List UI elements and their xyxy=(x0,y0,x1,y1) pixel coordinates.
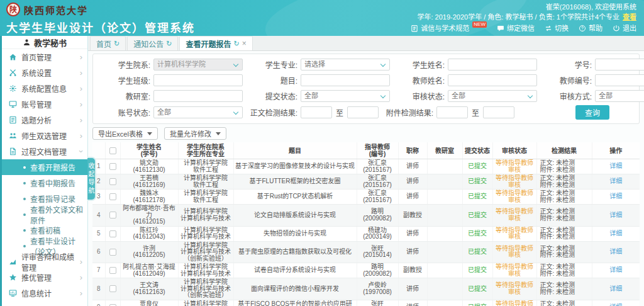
department-cell: 计算机科学学院软件工程 xyxy=(178,190,233,205)
nav-bind-wechat-label: 绑定微信 xyxy=(507,23,535,33)
batch-allow-edit-button[interactable]: 批量允许修改 xyxy=(164,127,226,140)
nav-bind-wechat[interactable]: 绑定微信 xyxy=(497,23,535,33)
sidebar-item-account-management[interactable]: 账号管理› xyxy=(2,96,87,112)
title-cell: 基于FLUTTER框架的社交密友圈 xyxy=(233,174,357,190)
search-button[interactable]: 查询 xyxy=(575,105,609,120)
submit-status-badge: 已提交 xyxy=(468,178,487,184)
student-id-input[interactable] xyxy=(595,59,644,71)
teaching-office-input[interactable] xyxy=(153,90,243,102)
review-status-cell: 等待指导教师审核 xyxy=(492,300,536,306)
title-cell: 基于FISCO BCOS平台的智能合约应用研究 xyxy=(233,300,357,306)
sidebar-subitem-view-translation[interactable]: 查看外文译文和原件 xyxy=(2,207,87,222)
bullet-icon xyxy=(23,198,26,200)
filter-field-account-status: 账号状态:全部 xyxy=(96,105,243,120)
sidebar-subitem-view-midterm-report[interactable]: 查看中期报告 xyxy=(2,175,87,191)
select-value: 全部 xyxy=(596,91,644,101)
tab-view-proposal-report[interactable]: 查看开题报告↻× xyxy=(179,36,252,50)
detail-link[interactable]: 详细 xyxy=(609,266,622,273)
chevron-right-icon: › xyxy=(80,53,82,61)
nav-logout[interactable]: 退出 xyxy=(613,23,636,33)
sidebar-item-system-settings[interactable]: 系统设置› xyxy=(2,65,87,81)
row-checkbox[interactable] xyxy=(109,163,116,170)
student-major-select[interactable]: 请选择 xyxy=(301,59,390,71)
sidebar-item-review-defense-grades[interactable]: 评审答辩和成绩管理› xyxy=(2,254,87,269)
teacher-cell: 张旺(2015014) xyxy=(357,300,398,306)
rank-cell: 讲师 xyxy=(398,174,427,190)
title-cell: 试卷自动评分系统设计与实现 xyxy=(233,263,357,278)
detail-link[interactable]: 详细 xyxy=(609,230,622,237)
analysis-icon xyxy=(9,116,17,124)
export-excel-button[interactable]: 导出Excel表格 xyxy=(92,127,158,140)
office-cell xyxy=(427,226,462,241)
row-checkbox[interactable] xyxy=(109,230,116,237)
view-link[interactable]: 查看 xyxy=(623,13,636,21)
detail-link[interactable]: 详细 xyxy=(609,193,622,200)
row-checkbox[interactable] xyxy=(109,249,116,256)
review-status-cell: 等待指导教师审核 xyxy=(492,205,536,227)
refresh-icon[interactable]: ↻ xyxy=(166,40,172,48)
sidebar-item-process-documents[interactable]: 过程文档管理› xyxy=(2,144,87,159)
department-cell: 计算机科学学院计算机科学与技术（创新实验班） xyxy=(178,241,233,263)
detail-link[interactable]: 详细 xyxy=(609,285,622,292)
main-text-detection-from-input[interactable] xyxy=(301,106,332,118)
nav-integrity[interactable]: 诚信与学术规范NEW xyxy=(411,23,487,33)
user-info-area: 崔荣(2016068), 欢迎使用系统 学年: 2019-2020学年 / 角色… xyxy=(411,2,636,33)
detail-link[interactable]: 详细 xyxy=(609,248,622,255)
select-all-checkbox[interactable] xyxy=(109,147,116,154)
filter-field-student-id: 学号: xyxy=(537,58,644,71)
sidebar-item-label: 系统设置 xyxy=(21,67,52,78)
close-icon[interactable]: × xyxy=(242,39,247,48)
detail-link[interactable]: 详细 xyxy=(609,212,622,218)
row-checkbox[interactable] xyxy=(109,267,116,274)
submit-status-select[interactable]: 全部 xyxy=(301,90,390,102)
main-text-detection-to-input[interactable] xyxy=(347,106,379,118)
refresh-icon[interactable]: ↻ xyxy=(233,40,239,48)
teacher-cell: 路明(2009082) xyxy=(357,205,398,227)
row-checkbox[interactable] xyxy=(109,304,116,306)
review-status-cell: 等待指导教师审核 xyxy=(492,278,536,300)
detail-link[interactable]: 详细 xyxy=(609,303,622,306)
refresh-icon[interactable]: ↻ xyxy=(114,40,119,48)
sidebar-item-topic-analysis[interactable]: 选题分析› xyxy=(2,112,87,128)
detection-cell: 正文: 未检测附件: 未检测 xyxy=(536,300,592,306)
teacher-id-input[interactable] xyxy=(595,74,644,86)
title-input[interactable] xyxy=(301,74,390,86)
detection-cell: 正文: 未检测附件: 未检测 xyxy=(536,226,592,241)
attachment-detection-from-input[interactable] xyxy=(436,106,468,118)
account-status-select[interactable]: 全部 xyxy=(153,106,243,118)
student-name-input[interactable] xyxy=(448,59,537,71)
filter-panel: 学生院系:计算机科学学院学生专业:请选择学生姓名:学号:学生班级:题目:教师姓名… xyxy=(92,54,640,124)
detail-link[interactable]: 详细 xyxy=(609,178,622,184)
row-checkbox[interactable] xyxy=(109,212,116,218)
sidebar-subitem-view-proposal-report[interactable]: 查看开题报告 xyxy=(2,159,87,175)
attachment-detection-to-input[interactable] xyxy=(483,106,514,118)
title-cell: 基于爬虫原理的古籍指数获取以及可视化 xyxy=(233,241,357,263)
index-column-header xyxy=(92,142,105,159)
sidebar-item-info-statistics[interactable]: 信息统计› xyxy=(2,285,87,301)
review-method-select[interactable]: 全部 xyxy=(595,90,644,102)
review-status-select[interactable]: 全部 xyxy=(448,90,537,102)
sidebar-item-home-management[interactable]: 首页管理› xyxy=(2,49,87,65)
filter-label: 教师编号: xyxy=(537,75,595,86)
row-checkbox[interactable] xyxy=(109,178,116,185)
nav-help[interactable]: 帮助 xyxy=(579,23,602,33)
teacher-name-input[interactable] xyxy=(448,74,537,86)
filter-field-review-method: 审核方式:全部 xyxy=(537,89,644,103)
tab-notices[interactable]: 通知公告↻ xyxy=(127,36,178,50)
sidebar-item-dual-selection[interactable]: 师生双选管理› xyxy=(2,128,87,144)
row-checkbox[interactable] xyxy=(109,285,116,292)
student-class-input[interactable] xyxy=(153,74,243,86)
collapse-nav-tab[interactable]: 收起导航 xyxy=(87,157,96,201)
welcome-text: 崔荣(2016068), 欢迎使用系统 xyxy=(411,2,636,12)
detection-cell: 正文: 未检测附件: 未检测 xyxy=(536,174,592,190)
detail-link[interactable]: 详细 xyxy=(609,162,622,169)
department-cell: 计算机科学学院计算机科学与技术（创新实验班） xyxy=(178,278,233,300)
chevron-down-icon: › xyxy=(77,150,85,152)
sidebar-item-system-config[interactable]: 系统配置信息› xyxy=(2,81,87,96)
column-header: 职称 xyxy=(398,142,427,159)
row-checkbox[interactable] xyxy=(109,193,116,200)
column-header: 学生姓名(学号) xyxy=(120,142,178,159)
nav-switch[interactable]: 切换 xyxy=(545,23,569,33)
sidebar-subitem-label: 查看外文译文和原件 xyxy=(30,204,87,225)
tab-home[interactable]: 首页↻ xyxy=(90,36,126,50)
